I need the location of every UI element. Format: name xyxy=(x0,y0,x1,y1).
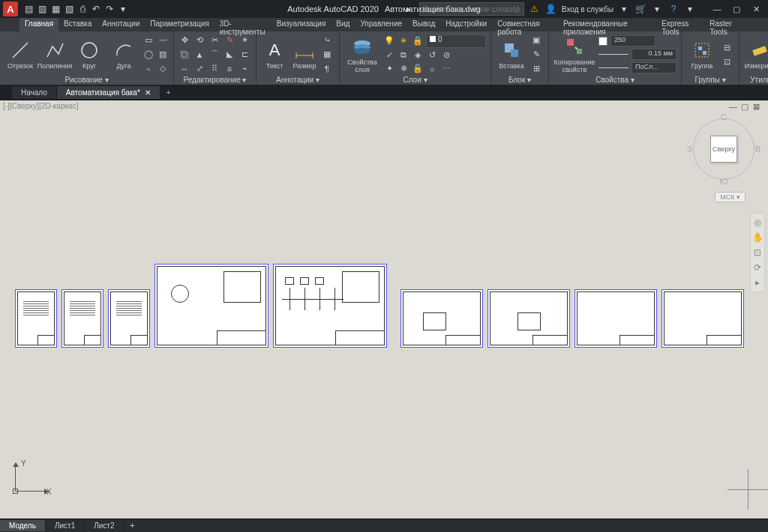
match-props-button[interactable]: Копирование свойств xyxy=(554,35,596,74)
chamfer-icon[interactable]: ◣ xyxy=(224,49,236,61)
group-edit-icon[interactable]: ⊡ xyxy=(721,55,733,67)
layer-prev-icon[interactable]: ↺ xyxy=(426,49,438,61)
user-icon[interactable]: 👤 xyxy=(545,3,557,15)
layouttab-sheet2[interactable]: Лист2 xyxy=(85,520,124,531)
tab-manage[interactable]: Управление xyxy=(355,18,407,31)
panel-annot-title[interactable]: Аннотации ▾ xyxy=(261,75,334,85)
tab-visualize[interactable]: Визуализация xyxy=(272,18,331,31)
layer-iso-icon[interactable]: ◈ xyxy=(412,49,424,61)
layer-walk-icon[interactable]: ⟐ xyxy=(426,63,438,75)
signin-label[interactable]: Вход в службы xyxy=(562,5,614,13)
sheet-2[interactable] xyxy=(62,289,104,348)
bulb-icon[interactable]: 💡 xyxy=(383,35,395,47)
table-icon[interactable]: ▦ xyxy=(321,49,333,61)
close-button[interactable]: ✕ xyxy=(747,1,765,16)
show-motion-icon[interactable]: ▸ xyxy=(751,275,764,290)
maximize-button[interactable]: ▢ xyxy=(728,1,746,16)
rect-icon[interactable]: ▭ xyxy=(142,34,154,46)
color-field[interactable]: 250 xyxy=(610,35,656,46)
sheet-6[interactable] xyxy=(400,289,483,348)
break-icon[interactable]: ⌁ xyxy=(238,63,250,75)
tab-3dtools[interactable]: 3D-инструменты xyxy=(214,18,272,31)
layer-more-icon[interactable]: ⋯ xyxy=(440,63,452,75)
hatch-icon[interactable]: ▨ xyxy=(157,49,169,61)
viewcube[interactable]: Сверху xyxy=(710,136,737,163)
block-create-icon[interactable]: ▣ xyxy=(530,34,542,46)
scale-icon[interactable]: ⤢ xyxy=(194,63,206,75)
viewport-maximize-icon[interactable]: ▢ xyxy=(741,102,752,112)
panel-block-title[interactable]: Блок ▾ xyxy=(496,75,544,85)
copy-icon[interactable]: ⿻ xyxy=(178,49,190,61)
circle-button[interactable]: Круг xyxy=(74,39,105,70)
spline-icon[interactable]: 〰 xyxy=(157,34,169,46)
compass-south[interactable]: Ю xyxy=(719,177,728,186)
align-icon[interactable]: ≡ xyxy=(224,63,236,75)
close-icon[interactable]: ✕ xyxy=(145,88,151,97)
panel-props-title[interactable]: Свойства ▾ xyxy=(554,75,676,85)
polyline-button[interactable]: Полилиния xyxy=(39,39,70,70)
array-icon[interactable]: ⠿ xyxy=(208,63,220,75)
print-icon[interactable]: ⎙ xyxy=(76,3,88,15)
layouttab-add-button[interactable]: + xyxy=(124,520,141,531)
open-file-icon[interactable]: ▥ xyxy=(36,3,48,15)
tab-featured[interactable]: Рекомендованные приложения xyxy=(558,18,656,31)
tab-addins[interactable]: Надстройки xyxy=(440,18,492,31)
layouttab-sheet1[interactable]: Лист1 xyxy=(46,520,85,531)
tab-collaborate[interactable]: Совместная работа xyxy=(492,18,558,31)
color-swatch[interactable] xyxy=(598,37,608,46)
layer-thaw-icon[interactable]: ❄ xyxy=(398,63,410,75)
offset-icon[interactable]: ⊏ xyxy=(238,49,250,61)
minimize-button[interactable]: — xyxy=(708,1,726,16)
fillet-icon[interactable]: ⌒ xyxy=(208,49,220,61)
infocenter-icon[interactable]: ⚠ xyxy=(529,3,541,15)
tab-raster[interactable]: Raster Tools xyxy=(704,18,748,31)
layer-unlock-icon[interactable]: 🔓 xyxy=(412,63,424,75)
layer-off-icon[interactable]: ⊘ xyxy=(440,49,452,61)
point-icon[interactable]: ▫ xyxy=(142,63,154,75)
tab-parametric[interactable]: Параметризация xyxy=(145,18,214,31)
steering-wheel-icon[interactable]: ◎ xyxy=(751,215,764,230)
help-icon[interactable]: ? xyxy=(668,3,680,15)
line-button[interactable]: Отрезок xyxy=(4,39,36,70)
redo-icon[interactable]: ↷ xyxy=(104,3,116,15)
panel-groups-title[interactable]: Группы ▾ xyxy=(686,75,734,85)
panel-modify-title[interactable]: Редактирование ▾ xyxy=(178,75,251,85)
layer-on-icon[interactable]: ✦ xyxy=(383,63,395,75)
tab-annotate[interactable]: Аннотации xyxy=(97,18,145,31)
ellipse-icon[interactable]: ◯ xyxy=(142,49,154,61)
group-button[interactable]: Группа xyxy=(686,39,718,70)
sheet-9[interactable] xyxy=(662,289,744,348)
filetab-start[interactable]: Начало xyxy=(12,86,57,99)
signin-dropdown[interactable]: ▾ xyxy=(618,3,630,15)
layer-dropdown[interactable]: 0 xyxy=(426,34,486,48)
block-edit-icon[interactable]: ✎ xyxy=(530,49,542,61)
explode-icon[interactable]: ✴ xyxy=(238,34,250,46)
cart-dropdown[interactable]: ▾ xyxy=(651,3,663,15)
qat-dropdown-icon[interactable]: ▾ xyxy=(117,3,129,15)
sheet-8[interactable] xyxy=(574,289,657,348)
insert-block-button[interactable]: Вставка xyxy=(496,39,527,70)
undo-icon[interactable]: ↶ xyxy=(90,3,102,15)
panel-draw-title[interactable]: Рисование ▾ xyxy=(4,75,169,85)
zoom-extents-icon[interactable]: ⊡ xyxy=(751,245,764,260)
move-icon[interactable]: ✥ xyxy=(178,34,190,46)
cart-icon[interactable]: 🛒 xyxy=(634,3,646,15)
layer-match-icon[interactable]: ⧉ xyxy=(398,49,410,61)
sheet-1[interactable] xyxy=(15,289,57,348)
sheet-4[interactable] xyxy=(154,264,268,348)
lineweight-field[interactable]: 0.15 мм xyxy=(632,49,676,60)
stretch-icon[interactable]: ↔ xyxy=(178,63,190,75)
tab-view[interactable]: Вид xyxy=(331,18,355,31)
panel-utils-title[interactable]: Утилиты ▾ xyxy=(744,75,768,85)
viewport-minimize-icon[interactable]: — xyxy=(729,102,740,112)
saveas-icon[interactable]: ▧ xyxy=(63,3,75,15)
layer-props-button[interactable]: Свойства слоя xyxy=(344,35,380,74)
app-logo[interactable]: A xyxy=(3,1,18,16)
new-tab-button[interactable]: + xyxy=(160,86,177,99)
compass-north[interactable]: С xyxy=(721,112,727,121)
viewport-close-icon[interactable]: ⊠ xyxy=(753,102,764,112)
sheet-3[interactable] xyxy=(108,289,150,348)
tab-home[interactable]: Главная xyxy=(20,18,58,31)
orbit-icon[interactable]: ⟳ xyxy=(751,260,764,275)
panel-layers-title[interactable]: Слои ▾ xyxy=(344,75,486,85)
